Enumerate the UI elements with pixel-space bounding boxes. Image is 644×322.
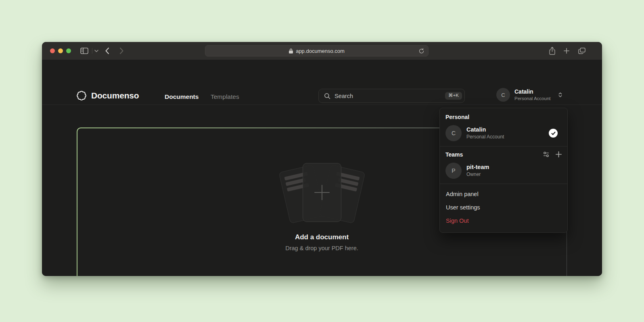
account-menu-button[interactable]: C Catalin Personal Account xyxy=(496,88,563,102)
sidebar-toggle-icon[interactable] xyxy=(80,48,88,54)
team-item[interactable]: P pit-team Owner xyxy=(445,162,562,183)
personal-section-label: Personal xyxy=(445,113,562,124)
chevron-down-icon[interactable] xyxy=(94,50,98,52)
team-avatar: P xyxy=(445,163,462,179)
chevrons-up-down-icon xyxy=(557,92,563,98)
reload-icon[interactable] xyxy=(418,48,424,56)
search-bar[interactable]: ⌘+K xyxy=(318,89,465,103)
forward-icon[interactable] xyxy=(119,47,124,54)
dropdown-divider xyxy=(440,146,567,146)
documenso-app-page: Documenso Documents Templates ⌘+K C Cata… xyxy=(42,60,602,276)
url-text: app.documenso.com xyxy=(296,48,345,54)
menu-item-sign-out[interactable]: Sign Out xyxy=(445,214,562,228)
menu-item-user-settings[interactable]: User settings xyxy=(445,201,562,214)
close-window-button[interactable] xyxy=(50,48,55,53)
new-tab-icon[interactable] xyxy=(564,48,569,54)
nav-documents[interactable]: Documents xyxy=(165,93,199,100)
dropdown-divider xyxy=(440,184,567,184)
team-role: Owner xyxy=(466,171,489,178)
teams-section-label: Teams xyxy=(445,151,463,158)
account-dropdown-menu: Personal C Catalin Personal Account Team… xyxy=(439,108,568,233)
check-circle-icon xyxy=(549,129,558,138)
personal-account-type: Personal Account xyxy=(466,134,504,140)
account-avatar: C xyxy=(496,88,510,102)
document-card-center xyxy=(303,163,341,222)
dropzone-subtitle: Drag & drop your PDF here. xyxy=(77,245,567,251)
minimize-window-button[interactable] xyxy=(58,48,63,53)
documenso-logo[interactable]: Documenso xyxy=(76,90,139,101)
manage-teams-icon[interactable] xyxy=(543,151,550,158)
address-bar[interactable]: app.documenso.com xyxy=(205,45,429,56)
toolbar-divider xyxy=(92,48,92,54)
personal-account-avatar: C xyxy=(445,125,462,141)
add-team-icon[interactable] xyxy=(556,151,562,157)
menu-item-admin-panel[interactable]: Admin panel xyxy=(445,188,562,201)
brand-name: Documenso xyxy=(91,91,139,100)
browser-toolbar: app.documenso.com xyxy=(42,42,602,60)
header-divider xyxy=(42,105,602,105)
account-name: Catalin xyxy=(514,88,551,96)
zoom-window-button[interactable] xyxy=(66,48,71,53)
nav-templates[interactable]: Templates xyxy=(211,93,239,100)
browser-window: app.documenso.com xyxy=(42,42,602,276)
tab-overview-icon[interactable] xyxy=(578,48,585,54)
document-cards-illustration xyxy=(274,163,370,228)
team-name: pit-team xyxy=(466,163,489,171)
search-input[interactable] xyxy=(335,93,445,99)
lock-icon xyxy=(289,48,293,54)
personal-account-item[interactable]: C Catalin Personal Account xyxy=(445,124,562,145)
teams-section-header: Teams xyxy=(445,150,562,162)
back-icon[interactable] xyxy=(105,47,109,54)
share-icon[interactable] xyxy=(549,46,556,55)
plus-icon xyxy=(313,183,331,202)
search-icon xyxy=(324,93,330,99)
search-shortcut-badge: ⌘+K xyxy=(445,92,462,100)
documenso-badge-icon xyxy=(76,90,87,101)
dropzone-title: Add a document xyxy=(77,233,567,241)
personal-account-name: Catalin xyxy=(466,126,504,134)
account-type: Personal Account xyxy=(514,96,551,101)
